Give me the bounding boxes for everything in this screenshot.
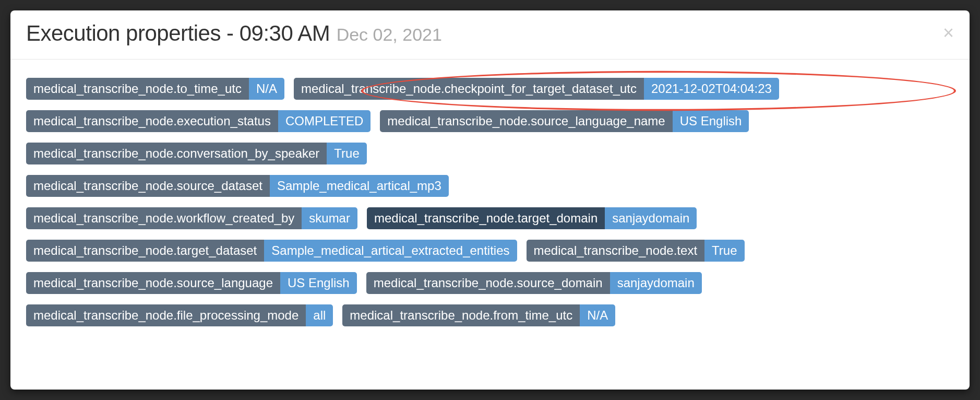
property-value: skumar [302, 207, 357, 229]
property-tag: medical_transcribe_node.from_time_utc N/… [342, 304, 615, 326]
property-tag: medical_transcribe_node.text True [527, 240, 745, 262]
property-value: N/A [580, 304, 615, 326]
property-key: medical_transcribe_node.target_domain [367, 207, 605, 229]
property-key: medical_transcribe_node.execution_status [26, 110, 278, 132]
property-tag: medical_transcribe_node.to_time_utc N/A [26, 78, 284, 100]
property-row: medical_transcribe_node.workflow_created… [26, 207, 954, 229]
property-value: US English [673, 110, 749, 132]
property-tag: medical_transcribe_node.source_dataset S… [26, 175, 449, 197]
property-key: medical_transcribe_node.to_time_utc [26, 78, 249, 100]
property-row: medical_transcribe_node.source_language … [26, 272, 954, 294]
property-value: US English [280, 272, 357, 294]
property-row: medical_transcribe_node.to_time_utc N/A … [26, 78, 954, 100]
property-value: all [306, 304, 333, 326]
property-value: sanjaydomain [605, 207, 697, 229]
property-key: medical_transcribe_node.workflow_created… [26, 207, 302, 229]
property-tag: medical_transcribe_node.execution_status… [26, 110, 371, 132]
modal-date: Dec 02, 2021 [337, 25, 442, 44]
property-value: COMPLETED [278, 110, 371, 132]
property-value: True [327, 143, 366, 164]
modal-header: Execution properties - 09:30 AM Dec 02, … [10, 10, 970, 60]
modal-body: medical_transcribe_node.to_time_utc N/A … [10, 60, 970, 355]
property-key: medical_transcribe_node.source_domain [366, 272, 610, 294]
close-icon[interactable]: × [943, 23, 954, 42]
property-tag: medical_transcribe_node.source_domain sa… [366, 272, 702, 294]
property-tag: medical_transcribe_node.target_domain sa… [367, 207, 697, 229]
property-row: medical_transcribe_node.target_dataset S… [26, 240, 954, 262]
property-value: sanjaydomain [610, 272, 702, 294]
property-value: Sample_medical_artical_extracted_entitie… [264, 240, 517, 262]
property-row: medical_transcribe_node.execution_status… [26, 110, 954, 132]
property-tag: medical_transcribe_node.source_language_… [380, 110, 749, 132]
property-tag: medical_transcribe_node.workflow_created… [26, 207, 357, 229]
modal-title: Execution properties - 09:30 AM [26, 21, 330, 45]
property-key: medical_transcribe_node.source_dataset [26, 175, 270, 197]
property-tag: medical_transcribe_node.checkpoint_for_t… [294, 78, 779, 100]
property-tag: medical_transcribe_node.target_dataset S… [26, 240, 517, 262]
property-tag: medical_transcribe_node.source_language … [26, 272, 357, 294]
property-row: medical_transcribe_node.source_dataset S… [26, 175, 954, 197]
property-key: medical_transcribe_node.source_language_… [380, 110, 672, 132]
property-key: medical_transcribe_node.checkpoint_for_t… [294, 78, 644, 100]
property-key: medical_transcribe_node.text [527, 240, 705, 262]
property-key: medical_transcribe_node.file_processing_… [26, 304, 306, 326]
property-row: medical_transcribe_node.conversation_by_… [26, 143, 954, 164]
property-key: medical_transcribe_node.source_language [26, 272, 280, 294]
property-value: True [704, 240, 744, 262]
property-value: Sample_medical_artical_mp3 [270, 175, 449, 197]
property-value: 2021-12-02T04:04:23 [644, 78, 779, 100]
property-key: medical_transcribe_node.target_dataset [26, 240, 264, 262]
property-key: medical_transcribe_node.conversation_by_… [26, 143, 327, 164]
property-value: N/A [249, 78, 284, 100]
property-row: medical_transcribe_node.file_processing_… [26, 304, 954, 326]
property-tag: medical_transcribe_node.file_processing_… [26, 304, 333, 326]
property-key: medical_transcribe_node.from_time_utc [342, 304, 580, 326]
property-tag: medical_transcribe_node.conversation_by_… [26, 143, 367, 164]
execution-properties-modal: Execution properties - 09:30 AM Dec 02, … [10, 10, 970, 390]
